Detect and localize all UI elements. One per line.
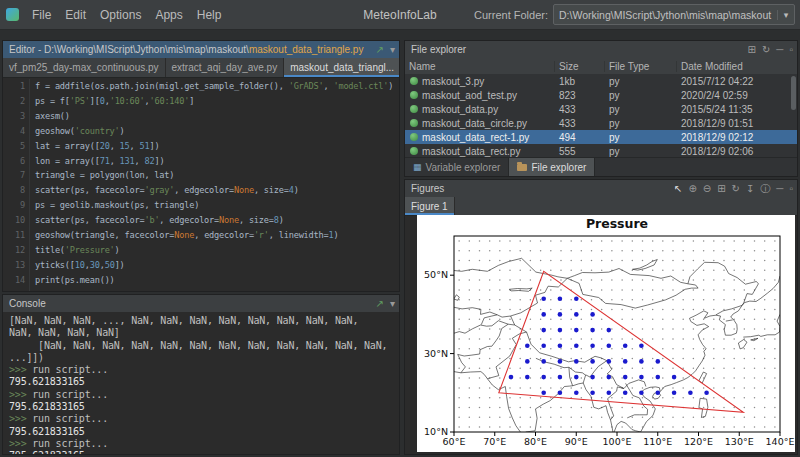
python-file-icon <box>410 105 418 113</box>
svg-text:10°N: 10°N <box>424 426 448 437</box>
file-row[interactable]: maskout_data_circle.py433py2018/12/9 01:… <box>405 116 797 130</box>
file-row[interactable]: maskout_aod_test.py823py2020/2/4 02:59 <box>405 88 797 102</box>
file-list-scrollbar[interactable] <box>791 76 796 110</box>
editor-tab-label: extract_aqi_day_ave.py <box>172 62 278 73</box>
float-window-icon[interactable]: ↗ <box>376 45 384 55</box>
file-type-cell: py <box>605 90 677 101</box>
code-editor[interactable]: 1234567891011121314 f = addfile(os.path.… <box>3 77 399 291</box>
float-icon[interactable]: ▫ <box>789 184 793 194</box>
svg-text:90°E: 90°E <box>565 436 588 447</box>
console-output[interactable]: [NaN, NaN, NaN, ..., NaN, NaN, NaN, NaN,… <box>3 312 399 454</box>
file-name-cell: maskout_data_rect.py <box>405 146 555 157</box>
file-date-cell: 2020/2/4 02:59 <box>677 90 797 101</box>
line-numbers: 1234567891011121314 <box>3 79 30 291</box>
expand-icon[interactable]: ⊞ <box>748 45 756 55</box>
svg-text:140°E: 140°E <box>766 436 795 447</box>
file-date-cell: 2015/7/12 04:22 <box>677 76 797 87</box>
file-row[interactable]: maskout_3.py1kbpy2015/7/12 04:22 <box>405 74 797 88</box>
figure-svg: Pressure60°E70°E80°E90°E100°E110°E120°E1… <box>417 215 795 452</box>
console-panel-header: Console ↗▾ <box>3 295 399 312</box>
svg-text:100°E: 100°E <box>603 436 632 447</box>
svg-text:110°E: 110°E <box>643 436 672 447</box>
file-type-cell: py <box>605 76 677 87</box>
info-icon[interactable]: ⓘ <box>760 184 770 194</box>
panel-menu-icon[interactable]: ▾ <box>390 45 395 55</box>
file-explorer-title: File explorer <box>411 44 466 55</box>
console-header-icons: ↗▾ <box>370 299 395 309</box>
figure-canvas[interactable]: Pressure60°E70°E80°E90°E100°E110°E120°E1… <box>417 215 795 452</box>
file-date-cell: 2018/12/9 01:51 <box>677 118 797 129</box>
console-line: 795.621833165 <box>9 450 393 454</box>
file-row[interactable]: maskout_data.py433py2015/5/24 11:35 <box>405 102 797 116</box>
editor-header-icons: ↗▾ <box>370 45 395 55</box>
menu-apps[interactable]: Apps <box>148 8 189 22</box>
console-line: [NaN, NaN, NaN, ..., NaN, NaN, NaN, NaN,… <box>9 315 393 327</box>
file-row[interactable]: maskout_data_rect-1.py494py2018/12/9 02:… <box>405 130 797 144</box>
editor-panel: Editor - D:\Working\MIScript\Jython\mis\… <box>2 40 400 292</box>
save-icon[interactable]: ↧ <box>746 184 754 194</box>
console-line: >>> run script... <box>9 413 393 425</box>
file-type-cell: py <box>605 132 677 143</box>
minimize-icon[interactable]: ─ <box>776 45 783 55</box>
menu-edit[interactable]: Edit <box>58 8 93 22</box>
code-area[interactable]: f = addfile(os.path.join(migl.get_sample… <box>35 79 399 288</box>
app-title: MeteoInfoLab <box>363 8 436 22</box>
file-name-cell: maskout_data_circle.py <box>405 118 555 129</box>
minimize-icon[interactable]: ─ <box>776 184 783 194</box>
current-folder-value[interactable]: D:\Working\MIScript\Jython\mis\map\masko… <box>554 9 777 21</box>
console-title: Console <box>9 298 46 309</box>
file-name-cell: maskout_3.py <box>405 76 555 87</box>
column-header[interactable]: Size <box>555 61 605 72</box>
editor-tab[interactable]: vf_pm25_day-max_continuous.py <box>3 58 166 77</box>
column-header[interactable]: File Type <box>605 61 677 72</box>
column-header[interactable]: Date Modified <box>677 61 797 72</box>
pan-icon[interactable]: ⊞ <box>717 184 725 194</box>
menu-help[interactable]: Help <box>190 8 229 22</box>
menu-options[interactable]: Options <box>93 8 148 22</box>
float-icon[interactable]: ▫ <box>789 45 793 55</box>
tab-file-explorer[interactable]: File explorer <box>509 158 595 176</box>
svg-text:120°E: 120°E <box>684 436 713 447</box>
file-name-cell: maskout_aod_test.py <box>405 90 555 101</box>
chevron-down-icon[interactable]: ▾ <box>777 10 794 20</box>
zoom-out-icon[interactable]: ⊖ <box>703 184 711 194</box>
console-line: 795.621833165 <box>9 401 393 413</box>
file-date-cell: 2018/12/9 02:12 <box>677 132 797 143</box>
file-name-cell: maskout_data.py <box>405 104 555 115</box>
menubar: FileEditOptionsAppsHelp MeteoInfoLab Cur… <box>0 0 800 30</box>
panel-menu-icon[interactable]: ▾ <box>390 299 395 309</box>
editor-tab[interactable]: maskout_data_triangl...× <box>284 58 399 77</box>
tab-figure-1[interactable]: Figure 1 <box>405 197 455 215</box>
file-explorer-panel: File explorer ⊞↻─▫ NameSizeFile TypeDate… <box>404 40 798 177</box>
editor-tab[interactable]: extract_aqi_day_ave.py <box>166 58 285 77</box>
file-size-cell: 494 <box>555 132 605 143</box>
bottom-tab-label: File explorer <box>531 162 586 173</box>
pointer-icon[interactable]: ↖ <box>674 184 682 194</box>
rotate-icon[interactable]: ↻ <box>732 184 740 194</box>
zoom-in-icon[interactable]: ⊕ <box>688 184 696 194</box>
current-folder-combobox[interactable]: D:\Working\MIScript\Jython\mis\map\masko… <box>553 4 795 25</box>
column-header[interactable]: Name <box>405 61 555 72</box>
console-line: 795.621833165 <box>9 376 393 388</box>
menu-items: FileEditOptionsAppsHelp <box>25 8 228 22</box>
editor-title-filename: maskout_data_triangle.py <box>249 44 364 55</box>
console-panel: Console ↗▾ [NaN, NaN, NaN, ..., NaN, NaN… <box>2 294 400 455</box>
svg-text:130°E: 130°E <box>725 436 754 447</box>
file-row[interactable]: maskout_data_rect.py555py2018/12/9 02:06 <box>405 144 797 158</box>
svg-text:30°N: 30°N <box>424 348 448 359</box>
file-name-cell: maskout_data_rect-1.py <box>405 132 555 143</box>
current-folder-group: Current Folder: D:\Working\MIScript\Jyth… <box>474 4 800 25</box>
float-window-icon[interactable]: ↗ <box>376 299 384 309</box>
file-size-cell: 433 <box>555 118 605 129</box>
menu-file[interactable]: File <box>25 8 58 22</box>
file-size-cell: 555 <box>555 146 605 157</box>
console-line: >>> run script... <box>9 364 393 376</box>
refresh-icon[interactable]: ↻ <box>762 45 770 55</box>
file-size-cell: 433 <box>555 104 605 115</box>
console-line: NaN, NaN, NaN, NaN] <box>9 327 393 339</box>
python-file-icon <box>410 77 418 85</box>
console-line: >>> run script... <box>9 389 393 401</box>
tab-variable-explorer[interactable]: ▦Variable explorer <box>405 158 509 176</box>
editor-panel-header: Editor - D:\Working\MIScript\Jython\mis\… <box>3 41 399 58</box>
svg-text:60°E: 60°E <box>443 436 466 447</box>
